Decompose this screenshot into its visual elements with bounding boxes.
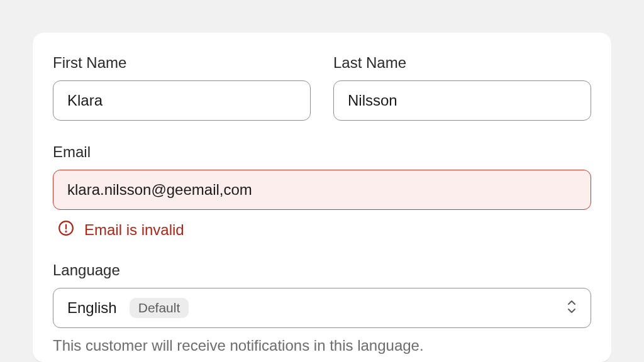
language-field: Language English Default This customer w… bbox=[53, 261, 591, 354]
svg-point-2 bbox=[65, 231, 66, 232]
language-value: English bbox=[67, 299, 117, 317]
email-field: Email Email is invalid bbox=[53, 143, 591, 240]
first-name-field: First Name bbox=[53, 54, 311, 121]
name-row: First Name Last Name bbox=[53, 54, 591, 121]
first-name-label: First Name bbox=[53, 54, 311, 72]
language-default-badge: Default bbox=[130, 298, 189, 318]
language-select[interactable]: English Default bbox=[53, 288, 591, 328]
last-name-input[interactable] bbox=[333, 80, 591, 121]
last-name-label: Last Name bbox=[333, 54, 591, 72]
email-input[interactable] bbox=[53, 170, 591, 210]
language-label: Language bbox=[53, 261, 591, 279]
language-helper-text: This customer will receive notifications… bbox=[53, 337, 591, 354]
email-error-text: Email is invalid bbox=[84, 221, 184, 239]
language-select-wrap: English Default bbox=[53, 288, 591, 328]
email-error: Email is invalid bbox=[53, 220, 591, 240]
alert-circle-icon bbox=[58, 220, 74, 240]
first-name-input[interactable] bbox=[53, 80, 311, 121]
email-label: Email bbox=[53, 143, 591, 161]
last-name-field: Last Name bbox=[333, 54, 591, 121]
customer-form-card: First Name Last Name Email Email is inva… bbox=[33, 33, 611, 362]
